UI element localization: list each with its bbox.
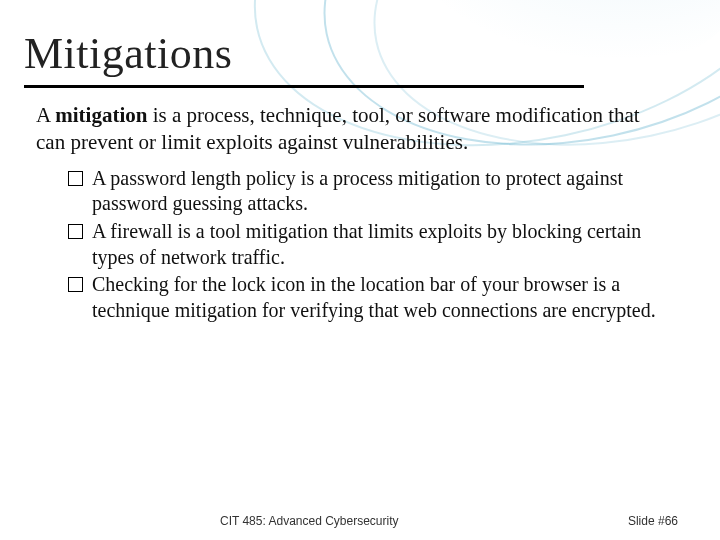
footer-slide-number: Slide #66 — [628, 514, 678, 528]
intro-text-prefix: A — [36, 103, 55, 127]
slide-footer: CIT 485: Advanced Cybersecurity Slide #6… — [0, 514, 720, 528]
intro-keyword: mitigation — [55, 103, 147, 127]
title-underline — [24, 85, 584, 88]
list-item: Checking for the lock icon in the locati… — [68, 272, 666, 323]
slide: Mitigations A mitigation is a process, t… — [0, 0, 720, 540]
footer-course: CIT 485: Advanced Cybersecurity — [220, 514, 399, 528]
list-item: A firewall is a tool mitigation that lim… — [68, 219, 666, 270]
slide-title: Mitigations — [24, 28, 684, 79]
intro-paragraph: A mitigation is a process, technique, to… — [36, 102, 672, 156]
bullet-list: A password length policy is a process mi… — [68, 166, 666, 324]
list-item: A password length policy is a process mi… — [68, 166, 666, 217]
